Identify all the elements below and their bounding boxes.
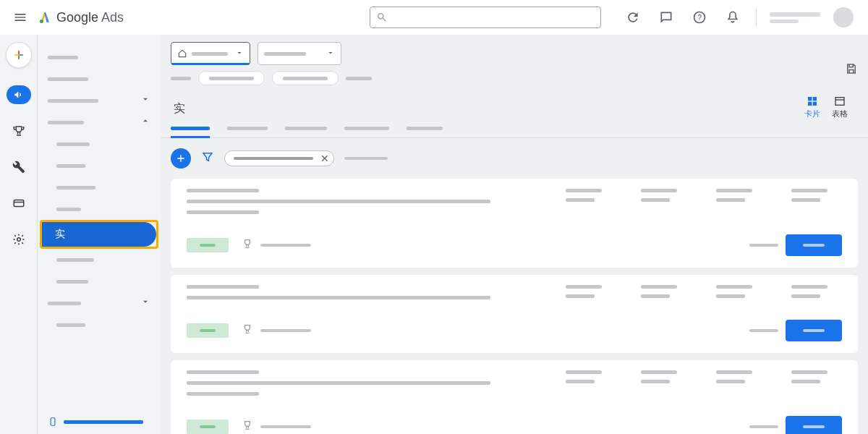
tabs [161,121,868,138]
divider [756,9,757,26]
breadcrumb-item[interactable] [346,77,372,80]
status-badge [187,238,229,252]
svg-text:?: ? [697,13,702,22]
sidebar-item[interactable] [38,198,161,220]
main-content: 实 卡片 表格 ✕ [161,35,868,434]
avatar[interactable] [833,7,854,27]
svg-point-0 [40,20,43,23]
primary-action-button[interactable] [786,234,842,256]
ads-logo-icon [38,10,52,25]
sidebar-item-active[interactable]: 实 [42,222,156,247]
sidebar: 实 [38,35,161,434]
view-table-button[interactable]: 表格 [832,95,848,119]
svg-rect-9 [808,102,812,106]
chevron-down-icon [140,297,150,310]
filter-icon[interactable] [201,150,214,166]
menu-icon[interactable] [6,3,35,32]
sidebar-item[interactable] [38,68,161,90]
nav-rail [0,35,38,434]
account-info[interactable] [770,12,820,23]
rail-billing-icon[interactable] [7,194,31,213]
sidebar-item[interactable] [38,133,161,155]
sidebar-active-highlight: 实 [40,220,158,249]
page-title: 实 [174,101,185,116]
chevron-down-icon [140,94,150,107]
breadcrumb-pill[interactable] [272,71,339,85]
card-metrics [566,189,842,221]
tab[interactable] [227,121,268,137]
sidebar-item[interactable] [38,249,161,271]
campaign-dropdown[interactable] [258,42,341,65]
rail-tools-icon[interactable] [7,158,31,176]
scope-selectors [161,35,868,68]
card-aux-text [749,329,778,332]
search-icon [376,12,388,23]
svg-rect-8 [813,97,817,101]
tab[interactable] [171,121,210,137]
trophy-icon [242,420,253,434]
sidebar-item[interactable] [38,46,161,68]
sidebar-item[interactable] [38,90,161,111]
status-badge [187,420,229,434]
card-aux-text [749,425,778,428]
view-card-button[interactable]: 卡片 [804,95,820,119]
caret-down-icon [235,47,244,60]
tab[interactable] [407,121,443,137]
filter-bar: ✕ [161,138,868,179]
experiment-card[interactable] [171,179,858,268]
rail-settings-icon[interactable] [7,230,31,249]
save-layout-icon[interactable] [845,62,858,78]
experiment-card[interactable] [171,360,858,434]
refresh-icon[interactable] [623,7,643,27]
rail-campaigns-icon[interactable] [7,85,31,104]
card-metrics [566,370,842,403]
trophy-icon [242,323,253,338]
card-aux-text [749,244,778,247]
experiment-card[interactable] [171,275,858,353]
search-input[interactable] [370,7,601,28]
breadcrumb-pill[interactable] [198,71,265,85]
chevron-up-icon [140,116,150,129]
sidebar-item[interactable] [38,176,161,198]
grid-icon [807,95,818,107]
sidebar-item[interactable] [38,111,161,133]
brand-logo[interactable]: Google Ads [38,10,124,25]
notifications-icon[interactable] [723,7,743,27]
rail-trophy-icon[interactable] [7,122,31,140]
table-icon [834,95,846,107]
svg-rect-10 [813,102,817,106]
sidebar-item[interactable] [38,155,161,176]
breadcrumb-item[interactable] [171,77,191,80]
chat-icon[interactable] [656,7,676,27]
svg-point-5 [17,238,20,242]
sidebar-item[interactable] [38,271,161,292]
filter-text [344,157,388,160]
status-badge [187,323,229,338]
header-tools: ? [623,7,862,27]
svg-rect-3 [14,200,24,207]
svg-rect-7 [808,97,812,101]
svg-rect-6 [51,418,55,426]
brand-text: Google Ads [56,10,124,25]
breadcrumb [161,68,868,91]
tab[interactable] [344,121,389,137]
caret-down-icon [326,47,335,60]
svg-rect-11 [835,98,844,106]
account-dropdown[interactable] [171,42,250,65]
create-button[interactable] [6,42,32,68]
card-subtext [260,329,311,332]
device-icon [48,417,58,427]
add-button[interactable] [171,148,191,169]
sidebar-item[interactable] [38,292,161,314]
view-toggle: 卡片 表格 [804,95,858,121]
primary-action-button[interactable] [786,320,842,341]
tab[interactable] [285,121,327,137]
sidebar-item[interactable] [38,314,161,336]
primary-action-button[interactable] [786,416,842,434]
sidebar-footer[interactable] [48,417,143,427]
card-subtext [260,425,311,428]
help-icon[interactable]: ? [689,7,710,27]
filter-chip[interactable]: ✕ [224,150,334,166]
chip-remove-icon[interactable]: ✕ [320,153,329,164]
card-list [161,179,868,434]
